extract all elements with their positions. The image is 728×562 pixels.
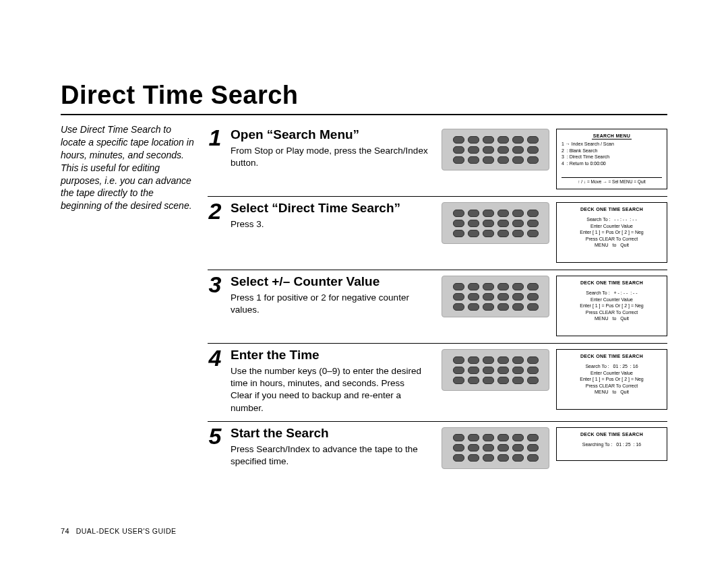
- remote-button-icon: [497, 146, 509, 154]
- step-body: Press Search/Index to advance the tape t…: [231, 443, 428, 468]
- step-number: 1: [208, 126, 222, 149]
- step-thumbs: DECK ONE TIME SEARCHSearching To : 01 : …: [442, 427, 667, 469]
- osd-title: DECK ONE TIME SEARCH: [562, 206, 662, 212]
- remote-button-icon: [468, 303, 479, 311]
- step-title: Start the Search: [231, 426, 428, 441]
- step-thumbs: DECK ONE TIME SEARCHSearch To : 01 : 25 …: [442, 349, 667, 410]
- remote-button-icon: [453, 156, 464, 164]
- remote-button-icon: [497, 293, 509, 301]
- remote-button-icon: [468, 434, 479, 441]
- title-rule: [61, 114, 667, 115]
- remote-button-icon: [468, 377, 479, 384]
- remote-button-icon: [453, 220, 464, 227]
- remote-button-icon: [483, 454, 494, 462]
- remote-button-icon: [483, 146, 494, 154]
- remote-button-icon: [512, 156, 524, 164]
- osd-line: Enter [ 1 ] = Pos Or [ 2 ] = Neg: [562, 303, 662, 309]
- remote-button-icon: [497, 454, 509, 462]
- remote-button-icon: [512, 136, 524, 144]
- remote-button-icon: [468, 156, 479, 164]
- osd-screen: DECK ONE TIME SEARCHSearching To : 01 : …: [556, 427, 667, 461]
- step-text: Select “Direct Time Search”Press 3.: [231, 201, 433, 230]
- osd-screen: DECK ONE TIME SEARCHSearch To : 01 : 25 …: [556, 349, 667, 410]
- remote-button-icon: [527, 434, 539, 441]
- remote-button-icon: [483, 230, 494, 237]
- osd-title: DECK ONE TIME SEARCH: [562, 353, 662, 359]
- remote-button-icon: [468, 367, 479, 374]
- remote-button-icon: [497, 136, 509, 144]
- remote-button-icon: [468, 356, 479, 364]
- step-text: Open “Search Menu”From Stop or Play mode…: [231, 127, 433, 169]
- remote-button-icon: [468, 146, 479, 154]
- remote-button-icon: [497, 434, 509, 441]
- remote-button-icon: [527, 303, 539, 311]
- remote-button-icon: [453, 293, 464, 301]
- remote-button-icon: [483, 293, 494, 301]
- remote-button-icon: [527, 146, 539, 154]
- osd-screen: DECK ONE TIME SEARCHSearch To : + - : - …: [556, 276, 667, 336]
- remote-button-icon: [527, 444, 539, 451]
- step-body: Press 3.: [231, 218, 428, 230]
- osd-line: 3 : Direct Time Search: [562, 154, 662, 160]
- remote-button-icon: [497, 283, 509, 290]
- step-body: Use the number keys (0–9) to enter the d…: [231, 365, 428, 414]
- remote-button-icon: [453, 377, 464, 384]
- remote-thumb: [442, 427, 549, 469]
- page-number: 74: [61, 527, 69, 535]
- remote-button-icon: [512, 230, 524, 237]
- step-number: 2: [208, 199, 222, 222]
- footer-label: DUAL-DECK USER'S GUIDE: [76, 527, 177, 535]
- remote-button-icon: [468, 230, 479, 237]
- osd-line: Search To : 01 : 25 : 16: [562, 363, 662, 369]
- remote-button-icon: [483, 210, 494, 217]
- remote-button-icon: [497, 356, 509, 364]
- remote-button-icon: [453, 146, 464, 154]
- remote-button-icon: [527, 220, 539, 227]
- osd-line: Enter Counter Value: [562, 223, 662, 229]
- remote-button-icon: [453, 367, 464, 374]
- remote-button-icon: [483, 156, 494, 164]
- remote-button-icon: [483, 444, 494, 451]
- remote-button-icon: [527, 156, 539, 164]
- steps-container: 1Open “Search Menu”From Stop or Play mod…: [208, 123, 667, 476]
- remote-button-icon: [453, 454, 464, 462]
- step: 1Open “Search Menu”From Stop or Play mod…: [208, 123, 667, 196]
- osd-line: 4 : Return to 0:00:00: [562, 160, 662, 166]
- osd-line: 2 : Blank Search: [562, 148, 662, 154]
- remote-button-icon: [527, 377, 539, 384]
- remote-button-icon: [497, 444, 509, 451]
- remote-button-icon: [453, 303, 464, 311]
- step: 3Select +/– Counter ValuePress 1 for pos…: [208, 270, 667, 343]
- remote-button-icon: [497, 303, 509, 311]
- remote-thumb: [442, 202, 549, 244]
- step-body: From Stop or Play mode, press the Search…: [231, 145, 428, 169]
- step-title: Select “Direct Time Search”: [231, 201, 428, 216]
- osd-line: Enter [ 1 ] = Pos Or [ 2 ] = Neg: [562, 229, 662, 235]
- remote-button-icon: [453, 356, 464, 364]
- osd-line: MENU to Quit: [562, 242, 662, 248]
- step-number: 3: [208, 273, 222, 296]
- step-title: Open “Search Menu”: [231, 127, 428, 142]
- step-text: Start the SearchPress Search/Index to ad…: [231, 426, 433, 468]
- remote-button-icon: [468, 283, 479, 290]
- osd-title: SEARCH MENU: [562, 133, 662, 139]
- remote-button-icon: [527, 293, 539, 301]
- osd-footer: ↑ / ↓ = Move → = Sel MENU = Quit: [562, 177, 662, 185]
- remote-button-icon: [512, 146, 524, 154]
- remote-button-icon: [483, 377, 494, 384]
- osd-line: MENU to Quit: [562, 315, 662, 321]
- remote-button-icon: [512, 283, 524, 290]
- remote-button-icon: [483, 220, 494, 227]
- osd-line: Press CLEAR To Correct: [562, 383, 662, 389]
- remote-thumb: [442, 349, 549, 391]
- remote-button-icon: [483, 434, 494, 441]
- remote-button-icon: [453, 210, 464, 217]
- step: 4Enter the TimeUse the number keys (0–9)…: [208, 344, 667, 421]
- remote-button-icon: [527, 136, 539, 144]
- step-body: Press 1 for positive or 2 for negative c…: [231, 292, 428, 316]
- remote-button-icon: [512, 454, 524, 462]
- remote-button-icon: [453, 283, 464, 290]
- remote-button-icon: [453, 230, 464, 237]
- remote-button-icon: [527, 356, 539, 364]
- remote-button-icon: [527, 283, 539, 290]
